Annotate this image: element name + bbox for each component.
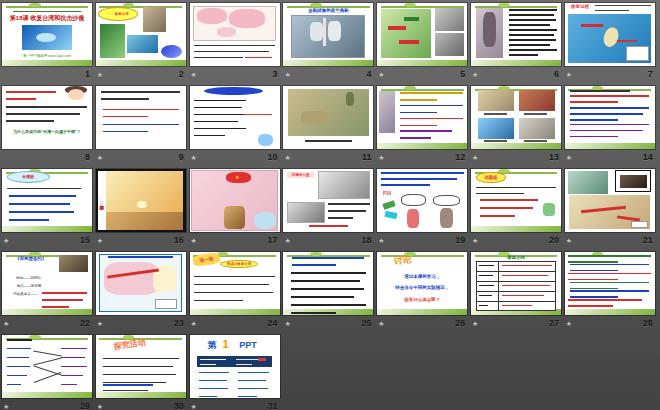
slide-3-thumbnail[interactable] xyxy=(190,3,280,66)
transition-star-icon[interactable]: ★ xyxy=(284,69,290,80)
template-bottom-bar xyxy=(190,309,280,315)
transition-star-icon[interactable]: ★ xyxy=(97,69,103,80)
slide-22-thumbnail[interactable]: 《尼布楚条约》时间——1689年地点——尼布楚内容及意义—— xyxy=(2,252,92,315)
transition-star-icon[interactable]: ★ xyxy=(97,318,103,329)
slide-26-thumbnail[interactable]: 讨论通过本课的学习，结合当今中国的实际情况，你有什么体会呢？ xyxy=(377,252,467,315)
slide-footer: ★18 xyxy=(283,234,373,247)
ship-sail xyxy=(328,21,341,41)
slide-20-thumbnail[interactable]: 动脑筋 xyxy=(471,169,561,232)
transition-star-icon[interactable]: ★ xyxy=(284,235,290,246)
transition-star-icon[interactable]: ★ xyxy=(472,235,478,246)
slide-14-thumbnail[interactable] xyxy=(565,86,655,149)
slide-27-thumbnail[interactable]: 课堂小结 xyxy=(471,252,561,315)
transition-star-icon[interactable]: ★ xyxy=(472,69,478,80)
transition-star-icon[interactable]: ★ xyxy=(566,69,572,80)
slide-31-thumbnail[interactable]: 第1PPT xyxy=(190,335,280,398)
slide-sorter-grid: 第18课 收复台湾和抗击沙俄第一PPT模板网 www.1ppt.com1一、收复… xyxy=(0,0,660,410)
slide-number: 26 xyxy=(455,317,465,330)
transition-star-icon[interactable]: ★ xyxy=(97,235,103,246)
cyan-arrow xyxy=(385,211,398,219)
slide-10-thumbnail[interactable] xyxy=(190,86,280,149)
transition-star-icon[interactable]: ★ xyxy=(472,318,478,329)
speech-bubble-2 xyxy=(433,195,460,206)
slide-13-thumbnail[interactable] xyxy=(471,86,561,149)
slide-12-thumbnail[interactable] xyxy=(377,86,467,149)
slide-21-thumbnail[interactable] xyxy=(565,169,655,232)
slide-cell: 收复过程★7 xyxy=(565,3,655,81)
cloud-callout: 动脑筋 xyxy=(476,172,507,183)
photo-bw-1 xyxy=(435,8,464,31)
slide-cell: ★12 xyxy=(377,86,467,164)
palm-tree xyxy=(346,92,353,106)
transition-star-icon[interactable]: ★ xyxy=(191,401,197,410)
slide-11-thumbnail[interactable] xyxy=(283,86,373,149)
transition-star-icon[interactable]: ★ xyxy=(378,318,384,329)
slide-footer: ★25 xyxy=(283,317,373,330)
transition-star-icon[interactable]: ★ xyxy=(566,152,572,163)
cartoon-figure xyxy=(258,134,273,147)
slide-1-thumbnail[interactable]: 第18课 收复台湾和抗击沙俄第一PPT模板网 www.1ppt.com xyxy=(2,3,92,66)
slide-cell: ★25 xyxy=(283,252,373,330)
transition-star-icon[interactable]: ★ xyxy=(97,152,103,163)
slide-cell: 探究活动★30 xyxy=(96,335,186,410)
template-bottom-bar xyxy=(2,60,92,66)
slide-19-thumbnail[interactable]: P16 xyxy=(377,169,467,232)
slide-footer: ★22 xyxy=(2,317,92,330)
matching-line xyxy=(33,350,62,356)
transition-star-icon[interactable]: ★ xyxy=(191,69,197,80)
cannon-photo xyxy=(620,175,647,188)
transition-star-icon[interactable]: ★ xyxy=(3,318,9,329)
text-lines xyxy=(103,358,179,398)
transition-star-icon[interactable]: ★ xyxy=(3,401,9,410)
slide-4-thumbnail[interactable]: 全副武装的荷兰商船 xyxy=(283,3,373,66)
transition-star-icon[interactable]: ★ xyxy=(566,235,572,246)
slide-2-thumbnail[interactable]: 一、收复台湾 xyxy=(96,3,186,66)
transition-star-icon[interactable]: ★ xyxy=(378,235,384,246)
transition-star-icon[interactable]: ★ xyxy=(191,152,197,163)
slide-28-thumbnail[interactable] xyxy=(565,252,655,315)
slide-9-thumbnail[interactable] xyxy=(96,86,186,149)
transition-star-icon[interactable]: ★ xyxy=(191,318,197,329)
slide-29-thumbnail[interactable] xyxy=(2,335,92,398)
slide-30-thumbnail[interactable]: 探究活动 xyxy=(96,335,186,398)
template-bottom-bar xyxy=(283,60,373,66)
slide-number: 13 xyxy=(549,151,559,164)
slide-cell: ★6 xyxy=(471,3,561,81)
slide-25-thumbnail[interactable] xyxy=(283,252,373,315)
text-lines xyxy=(479,265,494,315)
slide-cell: 台湾府★15 xyxy=(2,169,92,247)
template-top-line xyxy=(6,6,89,8)
slide-17-thumbnail[interactable]: ★ xyxy=(190,169,280,232)
statue-silhouette xyxy=(483,12,497,47)
discussion-line-2: 结合当今中国的实际情况， xyxy=(380,284,465,293)
slide-cell: 第1PPT★31 xyxy=(190,335,280,410)
slide-8-thumbnail[interactable]: 为什么郑成功说“台湾一向属于中国”？ xyxy=(2,86,92,149)
oval-callout: 一、收复台湾 xyxy=(98,7,138,21)
text-lines xyxy=(194,276,275,308)
sea-area xyxy=(254,212,276,230)
slide-number: 2 xyxy=(179,68,184,81)
slide-15-thumbnail[interactable]: 台湾府 xyxy=(2,169,92,232)
transition-star-icon[interactable]: ★ xyxy=(3,235,9,246)
slide-23-thumbnail[interactable] xyxy=(96,252,186,315)
slide-24-thumbnail[interactable]: 说一说郑成功收复台湾 xyxy=(190,252,280,315)
slide-18-thumbnail[interactable]: 沙俄的入侵 xyxy=(283,169,373,232)
page-ref: P16 xyxy=(380,190,394,196)
slide-6-thumbnail[interactable] xyxy=(471,3,561,66)
transition-star-icon[interactable]: ★ xyxy=(472,152,478,163)
slide-7-thumbnail[interactable]: 收复过程 xyxy=(565,3,655,66)
transition-star-icon[interactable]: ★ xyxy=(566,318,572,329)
transition-star-icon[interactable]: ★ xyxy=(284,152,290,163)
slide-16-thumbnail[interactable]: 二、雅克萨之战 xyxy=(96,169,186,232)
route-arrow xyxy=(617,40,637,43)
slide-5-thumbnail[interactable] xyxy=(377,3,467,66)
template-bottom-bar xyxy=(377,143,467,149)
transition-star-icon[interactable]: ★ xyxy=(378,152,384,163)
slide-footer: ★27 xyxy=(471,317,561,330)
transition-star-icon[interactable]: ★ xyxy=(97,401,103,410)
transition-star-icon[interactable]: ★ xyxy=(378,69,384,80)
transition-star-icon[interactable]: ★ xyxy=(191,235,197,246)
slide-cell: 为什么郑成功说“台湾一向属于中国”？8 xyxy=(2,86,92,164)
transition-star-icon[interactable]: ★ xyxy=(284,318,290,329)
text-lines xyxy=(7,348,31,393)
